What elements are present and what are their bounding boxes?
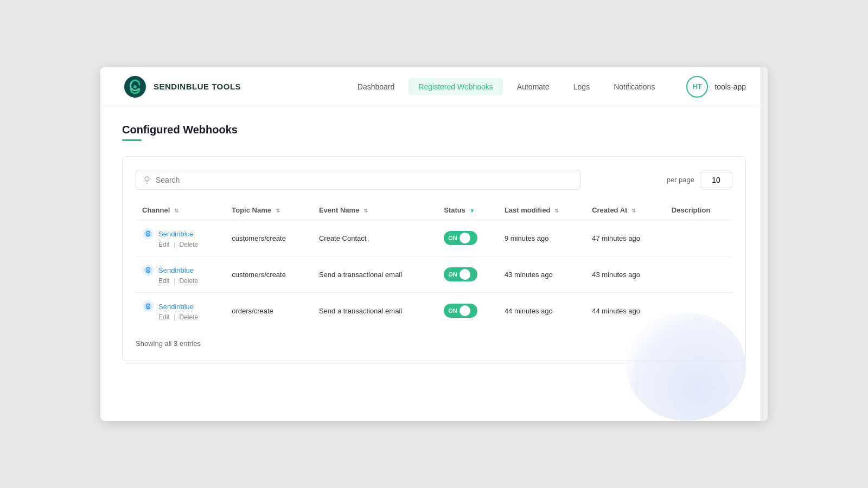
search-input[interactable] bbox=[156, 176, 572, 184]
cell-created-0: 47 minutes ago bbox=[585, 220, 665, 256]
nav-registered-webhooks[interactable]: Registered Webhooks bbox=[409, 78, 502, 95]
main-content: Configured Webhooks ⚲ per page bbox=[100, 106, 768, 421]
logo-area: SENDINBLUE TOOLS bbox=[122, 74, 241, 100]
svg-point-2 bbox=[148, 233, 149, 235]
cell-modified-2: 44 minutes ago bbox=[498, 293, 585, 329]
sort-icon-topic: ⇅ bbox=[276, 208, 280, 214]
per-page-input[interactable] bbox=[700, 172, 732, 188]
cell-event-2: Send a transactional email bbox=[312, 293, 437, 329]
col-channel[interactable]: Channel ⇅ bbox=[136, 201, 225, 220]
col-description: Description bbox=[665, 201, 732, 220]
toggle-1[interactable]: ON bbox=[444, 267, 477, 281]
cell-status-0: ON bbox=[437, 220, 498, 256]
user-area: HT tools-app bbox=[686, 76, 746, 98]
cell-channel-2: Sendinblue Edit | Delete bbox=[136, 293, 225, 329]
cell-modified-1: 43 minutes ago bbox=[498, 256, 585, 293]
browser-window: SENDINBLUE TOOLS Dashboard Registered We… bbox=[100, 67, 768, 421]
cell-topic-0: customers/create bbox=[225, 220, 312, 256]
nav-bar: SENDINBLUE TOOLS Dashboard Registered We… bbox=[100, 67, 768, 106]
search-icon: ⚲ bbox=[144, 175, 150, 185]
col-status[interactable]: Status ▼ bbox=[437, 201, 498, 220]
nav-links: Dashboard Registered Webhooks Automate L… bbox=[348, 78, 665, 95]
sendinblue-icon bbox=[142, 300, 154, 312]
table-row: Sendinblue Edit | Delete customers/creat… bbox=[136, 220, 732, 256]
svg-point-4 bbox=[148, 269, 149, 271]
sort-icon-event: ⇅ bbox=[363, 208, 368, 214]
app-instance-name: tools-app bbox=[714, 82, 746, 91]
per-page-area: per page bbox=[667, 172, 732, 188]
svg-point-0 bbox=[133, 85, 137, 88]
cell-topic-1: customers/create bbox=[225, 256, 312, 293]
nav-notifications[interactable]: Notifications bbox=[604, 78, 665, 95]
table-container: ⚲ per page Channel ⇅ bbox=[122, 156, 746, 361]
svg-point-6 bbox=[148, 306, 149, 307]
per-page-label: per page bbox=[667, 176, 694, 184]
nav-automate[interactable]: Automate bbox=[507, 78, 559, 95]
cell-event-1: Send a transactional email bbox=[312, 256, 437, 293]
cell-created-2: 44 minutes ago bbox=[585, 293, 665, 329]
col-event-name[interactable]: Event Name ⇅ bbox=[312, 201, 437, 220]
table-footer: Showing all 3 entries bbox=[136, 339, 732, 348]
table-row: Sendinblue Edit | Delete customers/creat… bbox=[136, 256, 732, 293]
sendinblue-icon bbox=[142, 264, 154, 276]
cell-created-1: 43 minutes ago bbox=[585, 256, 665, 293]
toggle-0[interactable]: ON bbox=[444, 231, 477, 245]
data-table: Channel ⇅ Topic Name ⇅ Event Name ⇅ St bbox=[136, 201, 732, 329]
cell-topic-2: orders/create bbox=[225, 293, 312, 329]
cell-status-2: ON bbox=[437, 293, 498, 329]
toggle-2[interactable]: ON bbox=[444, 304, 477, 318]
cell-modified-0: 9 minutes ago bbox=[498, 220, 585, 256]
cell-description-1 bbox=[665, 256, 732, 293]
avatar[interactable]: HT bbox=[686, 76, 708, 98]
sendinblue-icon bbox=[142, 228, 154, 240]
cell-channel-0: Sendinblue Edit | Delete bbox=[136, 220, 225, 256]
logo-icon bbox=[122, 74, 148, 100]
table-row: Sendinblue Edit | Delete orders/createSe… bbox=[136, 293, 732, 329]
search-box: ⚲ bbox=[136, 170, 580, 190]
sort-icon-channel: ⇅ bbox=[174, 208, 178, 214]
cell-status-1: ON bbox=[437, 256, 498, 293]
sort-icon-status: ▼ bbox=[470, 208, 475, 214]
sort-icon-modified: ⇅ bbox=[554, 208, 559, 214]
cell-description-0 bbox=[665, 220, 732, 256]
nav-dashboard[interactable]: Dashboard bbox=[348, 78, 405, 95]
col-topic-name[interactable]: Topic Name ⇅ bbox=[225, 201, 312, 220]
table-header-row: Channel ⇅ Topic Name ⇅ Event Name ⇅ St bbox=[136, 201, 732, 220]
page-title: Configured Webhooks bbox=[122, 124, 746, 136]
cell-description-2 bbox=[665, 293, 732, 329]
table-controls: ⚲ per page bbox=[136, 170, 732, 190]
nav-logs[interactable]: Logs bbox=[564, 78, 599, 95]
app-title: SENDINBLUE TOOLS bbox=[154, 82, 241, 91]
cell-event-0: Create Contact bbox=[312, 220, 437, 256]
title-underline bbox=[122, 139, 142, 141]
sort-icon-created: ⇅ bbox=[631, 208, 636, 214]
col-last-modified[interactable]: Last modified ⇅ bbox=[498, 201, 585, 220]
col-created-at[interactable]: Created At ⇅ bbox=[585, 201, 665, 220]
cell-channel-1: Sendinblue Edit | Delete bbox=[136, 256, 225, 293]
